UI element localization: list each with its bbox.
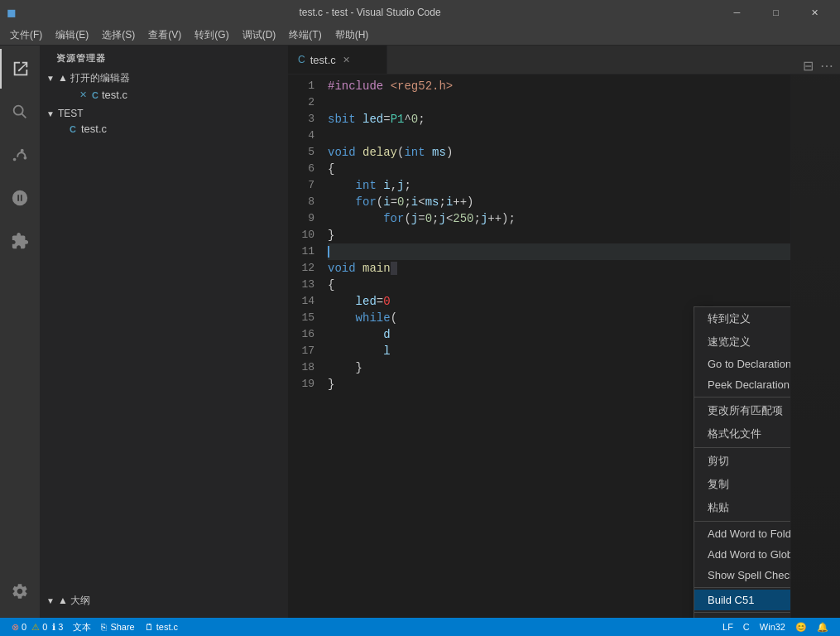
file-type-icon: ✕ xyxy=(79,89,87,100)
ctx-goto-decl[interactable]: Go to Declaration Ctrl+ F12 xyxy=(694,354,790,374)
ctx-goto-def[interactable]: 转到定义 F12 xyxy=(694,307,790,330)
menu-edit[interactable]: 编辑(E) xyxy=(49,25,95,45)
ctx-sep-4 xyxy=(694,587,790,588)
titlebar: ◼ test.c - test - Visual Studio Code ─ □… xyxy=(0,0,840,25)
ctx-paste[interactable]: 粘贴 Ctrl+V xyxy=(694,496,790,519)
file-status-label: 🗒 test.c xyxy=(145,622,178,632)
code-line-13: { xyxy=(328,277,790,293)
menu-goto[interactable]: 转到(G) xyxy=(188,25,235,45)
ctx-build-c51[interactable]: Build C51 xyxy=(694,590,790,610)
maximize-button[interactable]: □ xyxy=(757,0,794,25)
bell-icon: 🔔 xyxy=(817,622,828,633)
svg-point-0 xyxy=(14,106,23,115)
status-filetype[interactable]: C xyxy=(738,618,755,636)
status-platform[interactable]: Win32 xyxy=(755,618,790,636)
content-area: C test.c ✕ ⊟ ⋯ 1234 5678 9101112 1314151… xyxy=(288,46,840,618)
ctx-peek-decl[interactable]: Peek Declaration Alt+Ctrl+ F12 xyxy=(694,374,790,395)
warning-icon: ⚠ xyxy=(31,622,40,633)
activity-explorer-icon[interactable] xyxy=(0,49,40,89)
editor-tab-testc[interactable]: C test.c ✕ xyxy=(288,46,387,74)
ctx-copy[interactable]: 复制 Ctrl+C xyxy=(694,473,790,496)
ctx-format-label: 格式化文件 xyxy=(708,426,761,441)
context-menu: 转到定义 F12 速览定义 Alt+ F12 Go to Declaration… xyxy=(694,306,790,618)
code-line-12: void main xyxy=(328,260,790,277)
app-icon: ◼ xyxy=(7,6,17,19)
open-editor-file-item[interactable]: ✕ C test.c xyxy=(40,87,288,103)
platform-label: Win32 xyxy=(760,622,785,632)
activity-settings-icon[interactable] xyxy=(0,571,40,611)
ctx-spell-info-label: Show Spell Checker Configuration Info xyxy=(708,569,790,581)
tab-filename: test.c xyxy=(310,54,336,66)
ctx-add-global-dict[interactable]: Add Word to Global Dictionary xyxy=(694,544,790,565)
status-bell[interactable]: 🔔 xyxy=(812,618,833,636)
ctx-format[interactable]: 格式化文件 Alt+Shift+F xyxy=(694,422,790,446)
menu-select[interactable]: 选择(S) xyxy=(95,25,142,45)
test-file-type-icon: C xyxy=(70,124,76,134)
activity-bar xyxy=(0,46,40,618)
ctx-goto-decl-label: Go to Declaration xyxy=(708,358,790,370)
line-numbers: 1234 5678 9101112 13141516 171819 xyxy=(288,78,321,614)
outline-header[interactable]: ▼ ▲ 大纲 xyxy=(40,592,288,610)
outline-section: ▼ ▲ 大纲 xyxy=(40,590,288,611)
open-editors-section: ▼ ▲ 打开的编辑器 ✕ C test.c xyxy=(40,68,288,104)
status-eol[interactable]: LF xyxy=(718,618,738,636)
share-icon: ⎘ xyxy=(101,622,107,632)
more-actions-icon[interactable]: ⋯ xyxy=(820,58,833,74)
status-errors[interactable]: ⊗ 0 ⚠ 0 ℹ 3 xyxy=(7,618,68,636)
outline-chevron-icon: ▼ xyxy=(46,596,55,605)
file-name: test.c xyxy=(102,89,127,101)
ctx-rename-all[interactable]: 更改所有匹配项 Ctrl+ F2 xyxy=(694,399,790,422)
activity-scm-icon[interactable] xyxy=(0,135,40,175)
menu-file[interactable]: 文件(F) xyxy=(3,25,49,45)
status-file[interactable]: 🗒 test.c xyxy=(140,618,183,636)
editor-wrapper: 1234 5678 9101112 13141516 171819 #inclu… xyxy=(288,75,840,618)
test-section-label: TEST xyxy=(58,108,84,119)
ctx-add-folder-dict[interactable]: Add Word to Folder Dictionary xyxy=(694,523,790,544)
share-label: Share xyxy=(110,622,134,632)
tab-close-icon[interactable]: ✕ xyxy=(343,55,350,65)
code-line-3: sbit led=P1^0; xyxy=(328,111,790,128)
minimize-button[interactable]: ─ xyxy=(718,0,756,25)
warning-count: 0 xyxy=(42,622,47,632)
open-editors-header[interactable]: ▼ ▲ 打开的编辑器 xyxy=(40,70,288,87)
menu-terminal[interactable]: 终端(T) xyxy=(282,25,328,45)
ctx-sep-1 xyxy=(694,397,790,398)
menu-view[interactable]: 查看(V) xyxy=(142,25,188,45)
ctx-cut[interactable]: 剪切 Ctrl+X xyxy=(694,450,790,473)
status-share[interactable]: ⎘ Share xyxy=(96,618,139,636)
ctx-cut-label: 剪切 xyxy=(708,454,729,469)
test-file-item[interactable]: C test.c xyxy=(40,121,288,137)
tab-file-icon: C xyxy=(298,54,305,65)
ctx-peek-decl-label: Peek Declaration xyxy=(708,378,790,391)
ctx-goto-def-label: 转到定义 xyxy=(708,311,751,326)
ctx-peek-def[interactable]: 速览定义 Alt+ F12 xyxy=(694,330,790,354)
sidebar-header: 资源管理器 xyxy=(40,46,288,68)
ctx-spell-info[interactable]: Show Spell Checker Configuration Info xyxy=(694,565,790,585)
tab-actions: ⊟ ⋯ xyxy=(803,58,840,74)
activity-search-icon[interactable] xyxy=(0,92,40,132)
main-area: 资源管理器 ▼ ▲ 打开的编辑器 ✕ C test.c ▼ TEST C tes… xyxy=(0,46,840,618)
ctx-switch-header[interactable]: Switch Header/Source Alt+O xyxy=(694,614,790,618)
eol-label: LF xyxy=(722,622,733,632)
code-line-8: for(i=0;i<ms;i++) xyxy=(328,194,790,210)
code-line-5: void delay(int ms) xyxy=(328,144,790,161)
menu-help[interactable]: 帮助(H) xyxy=(329,25,376,45)
ctx-paste-label: 粘贴 xyxy=(708,500,729,515)
activity-extensions-icon[interactable] xyxy=(0,221,40,261)
status-face[interactable]: 😊 xyxy=(790,618,812,636)
status-encoding[interactable]: 文本 xyxy=(68,618,96,636)
menu-debug[interactable]: 调试(D) xyxy=(236,25,283,45)
activity-debug-icon[interactable] xyxy=(0,178,40,218)
test-section-header[interactable]: ▼ TEST xyxy=(40,106,288,121)
test-chevron-icon: ▼ xyxy=(46,109,55,118)
open-editors-label: ▲ 打开的编辑器 xyxy=(58,71,130,85)
close-button[interactable]: ✕ xyxy=(796,0,833,25)
split-editor-icon[interactable]: ⊟ xyxy=(803,58,814,74)
test-file-name: test.c xyxy=(81,123,107,135)
ctx-sep-5 xyxy=(694,612,790,613)
minimap xyxy=(790,75,840,618)
svg-line-1 xyxy=(22,113,26,118)
code-line-11 xyxy=(328,243,790,260)
code-line-7: int i,j; xyxy=(328,177,790,194)
ctx-copy-label: 复制 xyxy=(708,477,729,492)
